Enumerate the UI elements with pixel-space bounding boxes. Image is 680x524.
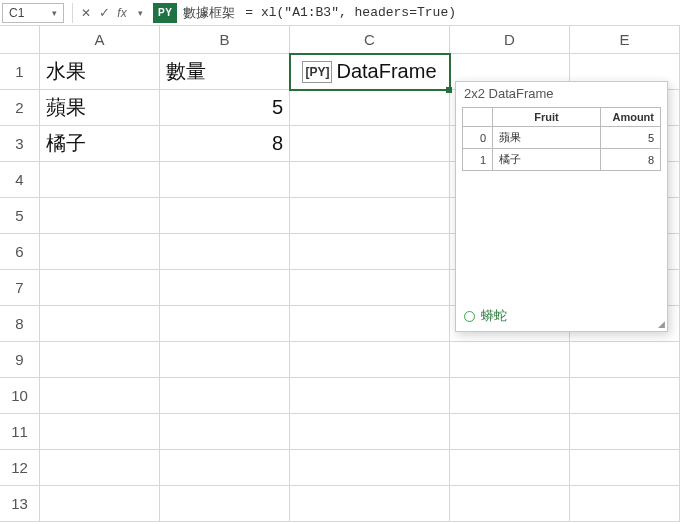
column-header[interactable]: D <box>450 26 570 54</box>
fx-icon[interactable]: fx <box>113 6 131 20</box>
cell[interactable] <box>290 486 450 522</box>
formula-input[interactable]: = xl("A1:B3", headers=True) <box>235 5 680 20</box>
cell[interactable] <box>40 198 160 234</box>
cell[interactable] <box>450 378 570 414</box>
cell[interactable] <box>160 450 290 486</box>
card-td-fruit: 橘子 <box>493 149 601 171</box>
python-badge: PY <box>153 3 177 23</box>
cell-C2[interactable] <box>290 90 450 126</box>
card-th-amount: Amount <box>601 108 661 127</box>
column-header[interactable]: A <box>40 26 160 54</box>
cell[interactable] <box>290 234 450 270</box>
status-ring-icon <box>464 311 475 322</box>
cell-A3[interactable]: 橘子 <box>40 126 160 162</box>
column-header[interactable]: B <box>160 26 290 54</box>
name-box[interactable]: C1 ▾ <box>2 3 64 23</box>
cell[interactable] <box>160 162 290 198</box>
cell[interactable] <box>40 306 160 342</box>
cell-C1[interactable]: [PY] DataFrame <box>290 54 450 90</box>
cancel-icon[interactable]: ✕ <box>77 6 95 20</box>
cell[interactable] <box>40 342 160 378</box>
py-chip-icon: [PY] <box>302 61 332 83</box>
cell-C3[interactable] <box>290 126 450 162</box>
card-table-row: 1 橘子 8 <box>463 149 661 171</box>
cell[interactable] <box>40 486 160 522</box>
cell[interactable] <box>450 342 570 378</box>
cell[interactable] <box>160 198 290 234</box>
card-table-header-row: Fruit Amount <box>463 108 661 127</box>
row-header[interactable]: 9 <box>0 342 40 378</box>
divider <box>72 3 73 23</box>
card-td-amount: 5 <box>601 127 661 149</box>
fill-handle[interactable] <box>446 87 452 93</box>
cell[interactable] <box>160 234 290 270</box>
cell-A2[interactable]: 蘋果 <box>40 90 160 126</box>
column-header[interactable]: C <box>290 26 450 54</box>
cell[interactable] <box>290 450 450 486</box>
chevron-down-icon[interactable]: ▾ <box>131 8 149 18</box>
row-header[interactable]: 4 <box>0 162 40 198</box>
cell-B3[interactable]: 8 <box>160 126 290 162</box>
cell[interactable] <box>40 378 160 414</box>
cell[interactable] <box>290 270 450 306</box>
cell[interactable] <box>570 378 680 414</box>
row-header[interactable]: 10 <box>0 378 40 414</box>
cell[interactable] <box>160 486 290 522</box>
name-box-text: C1 <box>9 6 24 20</box>
cell[interactable] <box>160 414 290 450</box>
resize-grip-icon[interactable]: ◢ <box>658 319 665 329</box>
cell[interactable] <box>450 414 570 450</box>
cell-A1[interactable]: 水果 <box>40 54 160 90</box>
python-badge-py: PY <box>158 7 172 18</box>
cell[interactable] <box>160 306 290 342</box>
dataframe-preview-card: 2x2 DataFrame Fruit Amount 0 蘋果 5 1 橘子 8… <box>455 81 668 332</box>
row-header[interactable]: 11 <box>0 414 40 450</box>
py-chip-text: [PY] <box>305 65 329 79</box>
grid-row: 11 <box>0 414 680 450</box>
row-header[interactable]: 8 <box>0 306 40 342</box>
cell[interactable] <box>40 234 160 270</box>
cell[interactable] <box>290 162 450 198</box>
column-header[interactable]: E <box>570 26 680 54</box>
card-td-index: 0 <box>463 127 493 149</box>
cell[interactable] <box>290 198 450 234</box>
cell[interactable] <box>290 306 450 342</box>
cell-B1[interactable]: 數量 <box>160 54 290 90</box>
card-table-row: 0 蘋果 5 <box>463 127 661 149</box>
row-header[interactable]: 1 <box>0 54 40 90</box>
cell[interactable] <box>40 270 160 306</box>
cell[interactable] <box>160 270 290 306</box>
card-td-amount: 8 <box>601 149 661 171</box>
cell[interactable] <box>40 450 160 486</box>
cell[interactable] <box>160 378 290 414</box>
card-td-fruit: 蘋果 <box>493 127 601 149</box>
row-header[interactable]: 2 <box>0 90 40 126</box>
chevron-down-icon[interactable]: ▾ <box>52 8 57 18</box>
cell[interactable] <box>570 486 680 522</box>
cell[interactable] <box>570 450 680 486</box>
row-header[interactable]: 3 <box>0 126 40 162</box>
cell[interactable] <box>290 414 450 450</box>
cell[interactable] <box>290 342 450 378</box>
cell[interactable] <box>290 378 450 414</box>
card-footer-text: 蟒蛇 <box>481 307 507 325</box>
card-table: Fruit Amount 0 蘋果 5 1 橘子 8 <box>462 107 661 171</box>
row-header[interactable]: 7 <box>0 270 40 306</box>
card-td-index: 1 <box>463 149 493 171</box>
row-header[interactable]: 6 <box>0 234 40 270</box>
cell[interactable] <box>570 342 680 378</box>
cell[interactable] <box>570 414 680 450</box>
cell[interactable] <box>450 450 570 486</box>
row-header[interactable]: 5 <box>0 198 40 234</box>
spreadsheet-grid[interactable]: A B C D E 1 水果 數量 [PY] DataFrame 2 蘋果 5 … <box>0 26 680 524</box>
cell[interactable] <box>450 486 570 522</box>
select-all-corner[interactable] <box>0 26 40 54</box>
cell-B2[interactable]: 5 <box>160 90 290 126</box>
cell[interactable] <box>40 414 160 450</box>
accept-icon[interactable]: ✓ <box>95 5 113 20</box>
cell[interactable] <box>40 162 160 198</box>
grid-row: 13 <box>0 486 680 522</box>
row-header[interactable]: 12 <box>0 450 40 486</box>
cell[interactable] <box>160 342 290 378</box>
row-header[interactable]: 13 <box>0 486 40 522</box>
